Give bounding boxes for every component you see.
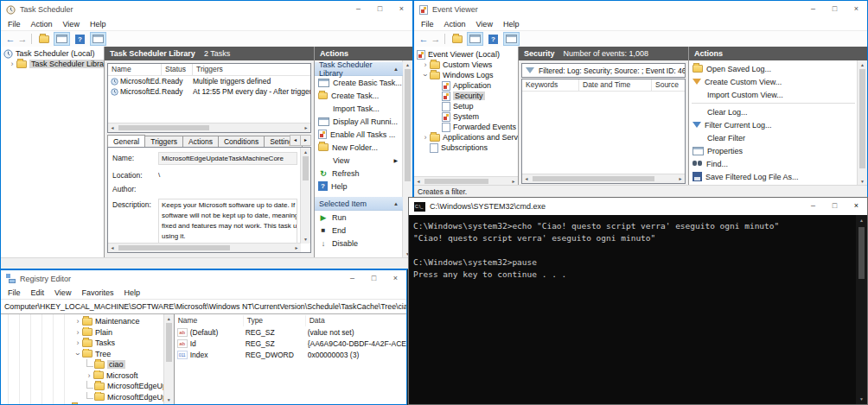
action-properties[interactable]: Properties (689, 144, 858, 157)
close-button[interactable]: × (846, 198, 867, 215)
action-open-saved-log[interactable]: Open Saved Log... (689, 62, 858, 75)
close-button[interactable]: × (846, 1, 867, 18)
reg-tree-plain[interactable]: ›Plain (1, 327, 174, 339)
ts-list-hscrollbar[interactable]: ◄ ► (108, 123, 310, 132)
ev-list-hscrollbar[interactable]: ◄ ► (522, 174, 685, 183)
ev-tree-system[interactable]: System (414, 111, 518, 122)
ev-filter-bar[interactable]: Filtered: Log: Security; Source: ; Event… (521, 63, 686, 78)
tab-triggers[interactable]: Triggers (144, 136, 183, 147)
menu-file[interactable]: File (3, 288, 26, 297)
maximize-button[interactable]: □ (824, 198, 846, 215)
reg-tree-taskstateflags[interactable]: ›TaskStateFlags (1, 402, 174, 404)
scroll-up-icon[interactable]: ▲ (301, 149, 310, 155)
console-tree-toggle-icon[interactable] (467, 32, 483, 46)
registry-titlebar[interactable]: Registry Editor – □ × (1, 270, 406, 287)
action-create-custom-view[interactable]: Create Custom View... (689, 75, 858, 88)
scroll-thumb[interactable] (166, 323, 172, 362)
menu-favorites[interactable]: Favorites (76, 288, 118, 297)
reg-value-row[interactable]: ab Id REG_SZ {AA6A9C40-DBDF-4A2F-ACE (175, 338, 406, 349)
menu-edit[interactable]: Edit (26, 288, 50, 297)
col-type[interactable]: Type (244, 315, 306, 326)
ev-tree-setup[interactable]: Setup (414, 101, 518, 111)
forward-icon[interactable]: → (430, 34, 442, 44)
minimize-button[interactable]: – (341, 270, 363, 287)
scroll-right-icon[interactable]: ► (676, 174, 685, 183)
col-data[interactable]: Data (306, 315, 406, 326)
event-viewer-titlebar[interactable]: Event Viewer – □ × (414, 1, 867, 18)
task-row[interactable]: MicrosoftEd... Ready Multiple triggers d… (108, 76, 310, 86)
scroll-right-icon[interactable]: ► (292, 244, 301, 252)
ev-tree-subscriptions[interactable]: Subscriptions (414, 142, 518, 153)
action-pane-toggle-icon[interactable] (90, 32, 106, 46)
ev-tree-root[interactable]: Event Viewer (Local) (414, 49, 518, 60)
col-name[interactable]: Name (175, 315, 244, 326)
minimize-button[interactable]: – (348, 1, 369, 18)
action-refresh[interactable]: ↻Refresh (315, 167, 403, 180)
scroll-down-icon[interactable]: ▼ (858, 179, 867, 184)
close-button[interactable]: × (391, 1, 412, 18)
scroll-down-icon[interactable]: ▼ (856, 396, 867, 402)
action-create-basic-task[interactable]: Create Basic Task... (315, 76, 403, 89)
col-name[interactable]: Name (108, 64, 162, 75)
maximize-button[interactable]: □ (824, 1, 846, 18)
action-pane-toggle-icon[interactable] (503, 32, 520, 46)
ev-tree-forwarded-events[interactable]: Forwarded Events (414, 122, 518, 132)
ts-tree-library[interactable]: › Task Scheduler Library (1, 59, 104, 69)
col-triggers[interactable]: Triggers (193, 64, 310, 75)
action-create-task[interactable]: Create Task... (315, 89, 403, 102)
col-date-time[interactable]: Date and Time (579, 79, 652, 91)
tab-general[interactable]: General (107, 135, 145, 147)
maximize-button[interactable]: □ (369, 1, 391, 18)
scroll-thumb[interactable] (118, 245, 230, 250)
scroll-thumb[interactable] (118, 125, 209, 130)
console-tree-toggle-icon[interactable] (54, 32, 70, 46)
description-box[interactable]: Keeps your Microsoft software up to date… (158, 199, 297, 245)
forward-icon[interactable]: → (16, 34, 29, 44)
reg-tree-microsoft[interactable]: ›Microsoft (1, 370, 174, 382)
action-clear-log[interactable]: Clear Log... (689, 105, 858, 118)
action-find[interactable]: Find... (689, 157, 858, 170)
actions-group-selected-item[interactable]: Selected Item▲ (315, 197, 403, 211)
maximize-button[interactable]: □ (363, 270, 385, 287)
scroll-up-icon[interactable]: ▲ (856, 218, 867, 223)
menu-action[interactable]: Action (439, 20, 471, 28)
scroll-down-icon[interactable]: ▼ (301, 237, 310, 242)
action-view[interactable]: View▶ (315, 154, 403, 167)
action-import-custom-view[interactable]: Import Custom View... (689, 88, 858, 101)
ev-tree-windows-logs[interactable]: ›Windows Logs (414, 70, 518, 80)
reg-value-row[interactable]: 011 Index REG_DWORD 0x00000003 (3) (175, 349, 406, 360)
back-icon[interactable]: ← (4, 34, 16, 44)
scroll-right-icon[interactable]: ► (302, 123, 310, 132)
action-new-folder[interactable]: New Folder... (315, 141, 403, 154)
action-import-task[interactable]: Import Task... (315, 102, 403, 115)
scroll-thumb[interactable] (859, 69, 865, 168)
action-filter-current-log[interactable]: Filter Current Log... (689, 118, 858, 131)
reg-tree-msedge-task-2[interactable]: MicrosoftEdgeUpdateTask (1, 392, 174, 403)
menu-action[interactable]: Action (26, 20, 58, 28)
col-source[interactable]: Source (652, 79, 685, 91)
action-display-all-running[interactable]: Display All Runni... (315, 115, 403, 128)
action-help[interactable]: ?Help (315, 180, 403, 193)
col-keywords[interactable]: Keywords (522, 79, 579, 91)
scroll-left-icon[interactable]: ◄ (108, 123, 117, 132)
action-enable-all-tasks[interactable]: Enable All Tasks ... (315, 128, 403, 141)
scroll-thumb[interactable] (303, 156, 309, 180)
menu-view[interactable]: View (58, 20, 85, 28)
tab-conditions[interactable]: Conditions (218, 136, 265, 147)
scroll-thumb[interactable] (424, 179, 488, 184)
scroll-left-icon[interactable]: ◄ (522, 174, 531, 183)
scroll-up-icon[interactable]: ▲ (164, 316, 174, 321)
tab-actions[interactable]: Actions (182, 136, 219, 147)
ts-details-vscrollbar[interactable]: ▲ ▼ (300, 148, 310, 244)
up-level-icon[interactable] (449, 32, 465, 46)
ev-actions-vscrollbar[interactable]: ▲ ▼ (857, 60, 867, 186)
task-scheduler-titlebar[interactable]: Task Scheduler – □ × (1, 1, 412, 18)
actions-group-library[interactable]: Task Scheduler Library▲ (315, 62, 403, 76)
menu-view[interactable]: View (49, 288, 76, 297)
ev-tree-application[interactable]: Application (414, 80, 518, 91)
scroll-left-icon[interactable]: ◄ (108, 244, 117, 252)
action-clear-filter[interactable]: Clear Filter (689, 131, 858, 144)
scroll-up-icon[interactable]: ▲ (858, 62, 867, 67)
action-disable[interactable]: ↓Disable (315, 237, 403, 250)
cmd-vscrollbar[interactable]: ▲ ▼ (856, 215, 867, 404)
